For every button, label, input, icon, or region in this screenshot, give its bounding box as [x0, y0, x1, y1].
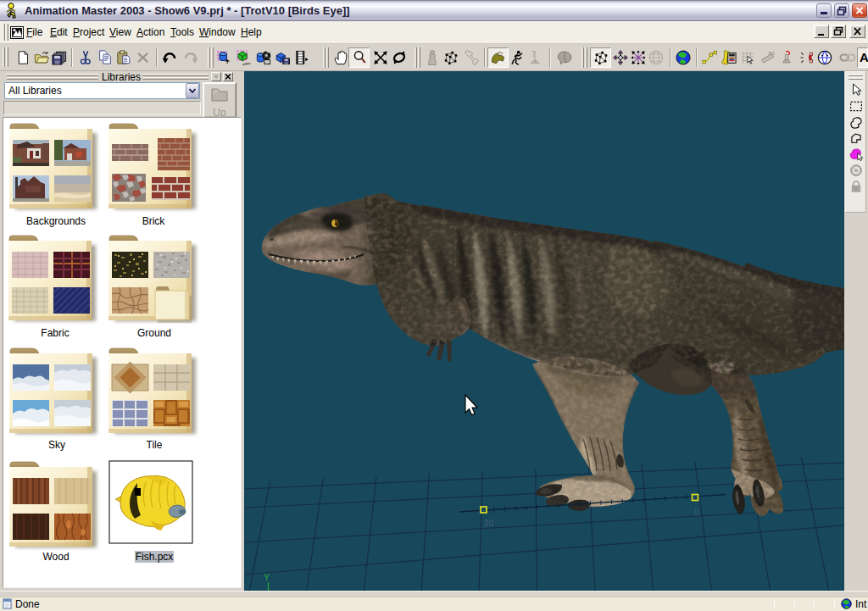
svg-text:0: 0 [694, 507, 699, 517]
svg-text:BD: BD [769, 51, 775, 56]
svg-text:Y: Y [264, 572, 270, 582]
svg-text:20: 20 [484, 518, 494, 528]
